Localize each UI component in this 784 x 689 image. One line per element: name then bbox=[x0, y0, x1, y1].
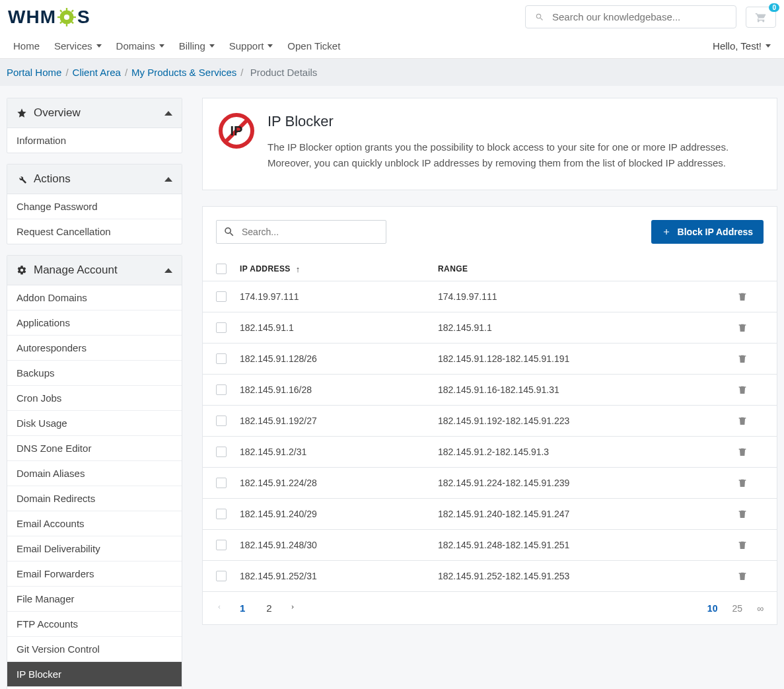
cell-ip: 182.145.91.224/28 bbox=[240, 478, 438, 488]
sidebar-item-dns-zone-editor[interactable]: DNS Zone Editor bbox=[7, 435, 182, 460]
sidebar-item-email-deliverability[interactable]: Email Deliverability bbox=[7, 536, 182, 561]
prev-page[interactable] bbox=[216, 602, 223, 614]
page-size-∞[interactable]: ∞ bbox=[757, 603, 764, 614]
row-checkbox[interactable] bbox=[216, 447, 227, 457]
panel-overview-header[interactable]: Overview bbox=[7, 98, 182, 128]
sidebar-item-mailing-lists[interactable]: Mailing Lists bbox=[7, 686, 182, 689]
sidebar-item-applications[interactable]: Applications bbox=[7, 310, 182, 335]
sidebar-item-autoresponders[interactable]: Autoresponders bbox=[7, 335, 182, 360]
delete-icon[interactable] bbox=[737, 477, 764, 489]
page-2[interactable]: 2 bbox=[262, 600, 275, 616]
page-size-25[interactable]: 25 bbox=[732, 603, 742, 614]
table-search-input[interactable] bbox=[242, 227, 379, 237]
cell-range: 182.145.91.252-182.145.91.253 bbox=[438, 571, 737, 581]
sidebar-item-domain-redirects[interactable]: Domain Redirects bbox=[7, 486, 182, 511]
nav-services[interactable]: Services bbox=[54, 40, 102, 52]
delete-icon[interactable] bbox=[737, 570, 764, 582]
chevron-down-icon bbox=[766, 44, 771, 48]
sidebar-item-email-accounts[interactable]: Email Accounts bbox=[7, 511, 182, 536]
row-checkbox[interactable] bbox=[216, 416, 227, 426]
nav-open-ticket[interactable]: Open Ticket bbox=[287, 40, 340, 52]
row-checkbox[interactable] bbox=[216, 322, 227, 333]
table-row: 174.19.97.111174.19.97.111 bbox=[203, 281, 777, 312]
sidebar-item-email-forwarders[interactable]: Email Forwarders bbox=[7, 561, 182, 586]
breadcrumb-current: Product Details bbox=[250, 67, 318, 78]
sidebar-item-file-manager[interactable]: File Manager bbox=[7, 586, 182, 611]
row-checkbox[interactable] bbox=[216, 353, 227, 364]
cell-ip: 182.145.91.16/28 bbox=[240, 384, 438, 395]
col-ip-header[interactable]: IP ADDRESS ↑ bbox=[240, 264, 438, 274]
panel-overview: Overview Information bbox=[7, 98, 182, 153]
next-page[interactable] bbox=[289, 602, 296, 614]
ip-blocker-intro: IP IP Blocker The IP Blocker option gran… bbox=[202, 98, 777, 190]
page-size-10[interactable]: 10 bbox=[707, 603, 718, 614]
cart-icon bbox=[754, 11, 767, 23]
nav-billing[interactable]: Billing bbox=[179, 40, 215, 52]
table-row: 182.145.91.16/28182.145.91.16-182.145.91… bbox=[203, 375, 777, 406]
wrench-icon bbox=[17, 174, 27, 184]
row-checkbox[interactable] bbox=[216, 509, 227, 519]
sidebar-item-change-password[interactable]: Change Password bbox=[7, 194, 182, 219]
cell-ip: 182.145.91.1 bbox=[240, 322, 438, 333]
panel-manage-title: Manage Account bbox=[34, 264, 118, 277]
col-range-header[interactable]: RANGE bbox=[438, 264, 737, 273]
sidebar-item-cron-jobs[interactable]: Cron Jobs bbox=[7, 385, 182, 410]
svg-rect-3 bbox=[66, 23, 67, 26]
cell-ip: 174.19.97.111 bbox=[240, 291, 438, 302]
sidebar-item-request-cancellation[interactable]: Request Cancellation bbox=[7, 219, 182, 244]
sidebar-item-addon-domains[interactable]: Addon Domains bbox=[7, 285, 182, 310]
cell-range: 182.145.91.128-182.145.91.191 bbox=[438, 353, 737, 364]
sidebar-item-domain-aliases[interactable]: Domain Aliases bbox=[7, 460, 182, 486]
breadcrumb-link[interactable]: Client Area bbox=[73, 67, 121, 78]
table-search[interactable] bbox=[216, 220, 386, 244]
greeting-text: Hello, Test! bbox=[713, 40, 762, 52]
delete-icon[interactable] bbox=[737, 539, 764, 551]
user-greeting[interactable]: Hello, Test! bbox=[713, 40, 771, 52]
sidebar-item-ftp-accounts[interactable]: FTP Accounts bbox=[7, 611, 182, 636]
cell-ip: 182.145.91.252/31 bbox=[240, 571, 438, 581]
block-ip-button[interactable]: Block IP Address bbox=[651, 220, 764, 244]
nav-support[interactable]: Support bbox=[229, 40, 273, 52]
chevron-down-icon bbox=[209, 44, 215, 48]
row-checkbox[interactable] bbox=[216, 571, 227, 581]
delete-icon[interactable] bbox=[737, 322, 764, 334]
kb-search[interactable] bbox=[525, 5, 736, 28]
panel-manage-header[interactable]: Manage Account bbox=[7, 256, 182, 285]
nav-home[interactable]: Home bbox=[13, 40, 40, 52]
sidebar-item-ip-blocker[interactable]: IP Blocker bbox=[7, 661, 182, 686]
sidebar-item-information[interactable]: Information bbox=[7, 128, 182, 153]
select-all-checkbox[interactable] bbox=[216, 264, 227, 274]
row-checkbox[interactable] bbox=[216, 384, 227, 395]
svg-rect-5 bbox=[73, 16, 76, 17]
svg-rect-8 bbox=[71, 9, 74, 12]
sidebar-item-disk-usage[interactable]: Disk Usage bbox=[7, 410, 182, 435]
delete-icon[interactable] bbox=[737, 508, 764, 520]
table-row: 182.145.91.2/31182.145.91.2-182.145.91.3 bbox=[203, 437, 777, 468]
panel-actions-header[interactable]: Actions bbox=[7, 164, 182, 194]
cart-button[interactable]: 0 bbox=[746, 7, 776, 28]
breadcrumb-link[interactable]: My Products & Services bbox=[131, 67, 236, 78]
table-row: 182.145.91.1182.145.91.1 bbox=[203, 312, 777, 344]
row-checkbox[interactable] bbox=[216, 291, 227, 302]
delete-icon[interactable] bbox=[737, 353, 764, 365]
kb-search-input[interactable] bbox=[552, 11, 727, 22]
chevron-down-icon bbox=[267, 44, 273, 48]
delete-icon[interactable] bbox=[737, 384, 764, 396]
delete-icon[interactable] bbox=[737, 291, 764, 303]
block-ip-label: Block IP Address bbox=[678, 227, 753, 237]
table-row: 182.145.91.192/27182.145.91.192-182.145.… bbox=[203, 406, 777, 437]
breadcrumb-link[interactable]: Portal Home bbox=[7, 67, 61, 78]
table-header: IP ADDRESS ↑ RANGE bbox=[203, 257, 777, 281]
row-checkbox[interactable] bbox=[216, 478, 227, 488]
page-1[interactable]: 1 bbox=[236, 600, 249, 616]
sidebar-item-backups[interactable]: Backups bbox=[7, 360, 182, 385]
delete-icon[interactable] bbox=[737, 415, 764, 427]
delete-icon[interactable] bbox=[737, 446, 764, 458]
sidebar-item-git-version-control[interactable]: Git Version Control bbox=[7, 636, 182, 661]
chevron-down-icon bbox=[96, 44, 102, 48]
nav-domains[interactable]: Domains bbox=[116, 40, 164, 52]
row-checkbox[interactable] bbox=[216, 540, 227, 550]
logo[interactable]: WHM S bbox=[8, 7, 90, 28]
table-row: 182.145.91.252/31182.145.91.252-182.145.… bbox=[203, 561, 777, 591]
ip-blocker-icon: IP bbox=[219, 113, 254, 149]
